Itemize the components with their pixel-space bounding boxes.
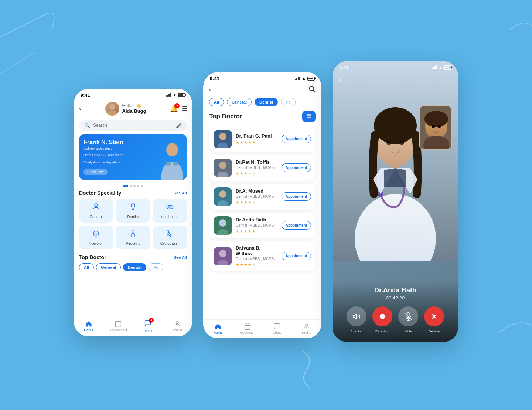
svg-point-24 xyxy=(219,133,226,140)
nav-home-2[interactable]: Home xyxy=(203,323,233,335)
p2-filter-settings-btn[interactable] xyxy=(302,111,316,122)
profile-icon-1 xyxy=(174,320,181,328)
spec-dentist[interactable]: Dentist xyxy=(116,199,150,223)
doctor-name-3: Dr.A. Mused xyxy=(236,188,278,194)
banner-dot-3 xyxy=(133,185,136,187)
spec-ophthalm[interactable]: ophthalm.. xyxy=(153,199,187,223)
mute-control[interactable]: Mute xyxy=(398,306,418,333)
star-4-1: ★ xyxy=(236,229,239,234)
appt-btn-1[interactable]: Appoinment xyxy=(282,135,311,143)
filter-general[interactable]: General xyxy=(96,263,121,271)
doctor-card-2: Dr.Pat N. Toffis Dentist (MBBS , MCPS) ★… xyxy=(209,155,316,181)
phone-2: 9:41 ▲ ‹ All General xyxy=(203,72,321,338)
p1-actions: 🔔 5 ☰ xyxy=(170,105,187,113)
star-5-2: ★ xyxy=(240,262,243,267)
spec-neurology[interactable]: Nuerolo.. xyxy=(79,226,113,249)
search-input[interactable] xyxy=(93,123,173,128)
p3-control-buttons: Specker Recoding xyxy=(338,306,452,333)
general-icon xyxy=(92,203,100,213)
appt-btn-3[interactable]: Appoinment xyxy=(282,192,311,201)
spec-orthopedic[interactable]: Orthopaes.. xyxy=(153,226,187,249)
p2-filter-pe[interactable]: Pe xyxy=(281,98,295,106)
svg-point-52 xyxy=(438,125,441,128)
mute-btn[interactable] xyxy=(398,306,418,326)
filter-all[interactable]: All xyxy=(79,263,94,271)
decline-control[interactable]: Decline xyxy=(424,306,444,333)
filter-dentist[interactable]: Dentist xyxy=(123,263,146,271)
p3-bottom-controls: Dr.Anita Bath 00:42:20 Specker xyxy=(332,281,458,342)
star-4-5: ★ xyxy=(252,229,256,234)
speciality-see-all[interactable]: See All xyxy=(174,191,187,195)
star-3-4: ★ xyxy=(248,200,252,205)
filter-pe[interactable]: Pe xyxy=(149,263,163,271)
spec-pediatric[interactable]: Pediatric xyxy=(116,226,150,249)
p1-back-btn[interactable]: ‹ xyxy=(79,105,81,112)
top-doctor-title: Top Doctor xyxy=(79,254,106,260)
p1-menu-btn[interactable]: ☰ xyxy=(182,105,187,112)
nav-appointment-2[interactable]: Appoinment xyxy=(233,323,262,335)
p3-content: 9:41 ▲ ‹ xyxy=(332,61,458,342)
svg-point-32 xyxy=(219,250,226,257)
star-5-3: ★ xyxy=(244,262,248,267)
appt-btn-2[interactable]: Appoinment xyxy=(282,163,311,172)
doctor-info-3: Dr.A. Mused Dentist (MBBS , MCPS) ★ ★ ★ … xyxy=(236,188,278,205)
appt-btn-5[interactable]: Appoinment xyxy=(282,252,311,260)
svg-point-49 xyxy=(424,111,448,127)
nav-chats-2[interactable]: Chats xyxy=(262,323,292,335)
decline-icon xyxy=(430,312,438,321)
record-btn[interactable] xyxy=(372,306,392,326)
banner-dots xyxy=(74,185,192,187)
p1-bell-btn[interactable]: 🔔 5 xyxy=(170,105,178,113)
spec-neuro-label: Nuerolo.. xyxy=(89,241,104,245)
phone-1: 9:41 ▲ ‹ xyxy=(74,89,192,336)
stars-3: ★ ★ ★ ★ ★ xyxy=(236,200,278,205)
p1-banner: Frank N. Stein Kidney Specialist Helth C… xyxy=(79,134,187,180)
top-doctor-see-all[interactable]: See All xyxy=(174,255,187,260)
battery-icon-2 xyxy=(307,77,315,81)
star-3-3: ★ xyxy=(244,200,248,205)
record-control[interactable]: Recoding xyxy=(372,306,392,333)
search-icon-small: 🔍 xyxy=(84,123,90,128)
svg-point-0 xyxy=(109,104,115,110)
p2-filter-all[interactable]: All xyxy=(209,98,224,106)
nav-appointment-1[interactable]: Appoinment xyxy=(103,320,133,332)
doctor-card-5: Dr.Ivana B. Withew Dentist (MBBS , MCPS)… xyxy=(209,241,316,271)
status-icons-3: ▲ xyxy=(432,65,451,70)
p1-scroll-area: Frank N. Stein Kidney Specialist Helth C… xyxy=(74,134,192,322)
speaker-control[interactable]: Specker xyxy=(347,306,366,333)
banner-check-now-btn[interactable]: Check now xyxy=(83,169,108,175)
banner-dot-4 xyxy=(137,185,139,187)
nav-profile-label-2: Profile xyxy=(302,331,311,335)
svg-point-21 xyxy=(309,115,310,116)
p2-bottom-nav: Home Appoinment Chats Profile xyxy=(203,319,321,338)
p1-filter-tabs: All General Dentist Pe xyxy=(74,263,192,274)
p2-search-btn[interactable] xyxy=(308,85,316,94)
spec-pediatric-label: Pediatric xyxy=(126,241,140,245)
doctor-avatar-5 xyxy=(214,247,232,265)
speaker-btn[interactable] xyxy=(347,306,366,326)
svg-point-4 xyxy=(173,162,179,166)
star-4-4: ★ xyxy=(248,229,252,234)
p1-search-bar[interactable]: 🔍 🎤 xyxy=(79,120,187,131)
p3-back-btn[interactable]: ‹ xyxy=(338,75,341,84)
doctor-specialty-3: Dentist (MBBS , MCPS) xyxy=(236,194,278,199)
nav-appt-label-1: Appoinment xyxy=(109,328,127,332)
spec-dentist-label: Dentist xyxy=(127,215,139,219)
decline-btn[interactable] xyxy=(424,306,444,326)
status-bar-1: 9:41 ▲ xyxy=(74,89,192,99)
status-time-1: 9:41 xyxy=(81,92,90,98)
nav-profile-1[interactable]: Profile xyxy=(163,320,192,332)
p2-filter-dentist[interactable]: Dentist xyxy=(255,98,278,106)
brain-icon xyxy=(92,229,100,240)
p2-filter-general[interactable]: General xyxy=(227,98,252,106)
nav-profile-2[interactable]: Profile xyxy=(292,323,321,335)
svg-point-54 xyxy=(380,314,385,319)
spec-general[interactable]: General xyxy=(79,199,113,223)
nav-home-1[interactable]: Home xyxy=(74,320,103,332)
doctor-name-1: Dr. Fran G. Pani xyxy=(236,133,278,139)
p2-back-btn[interactable]: ‹ xyxy=(209,86,211,94)
appt-btn-4[interactable]: Appoinment xyxy=(282,221,311,230)
nav-appt-label-2: Appoinment xyxy=(239,331,256,335)
banner-dot-2 xyxy=(130,185,132,187)
nav-chats-1[interactable]: 5 Chats xyxy=(133,319,163,333)
